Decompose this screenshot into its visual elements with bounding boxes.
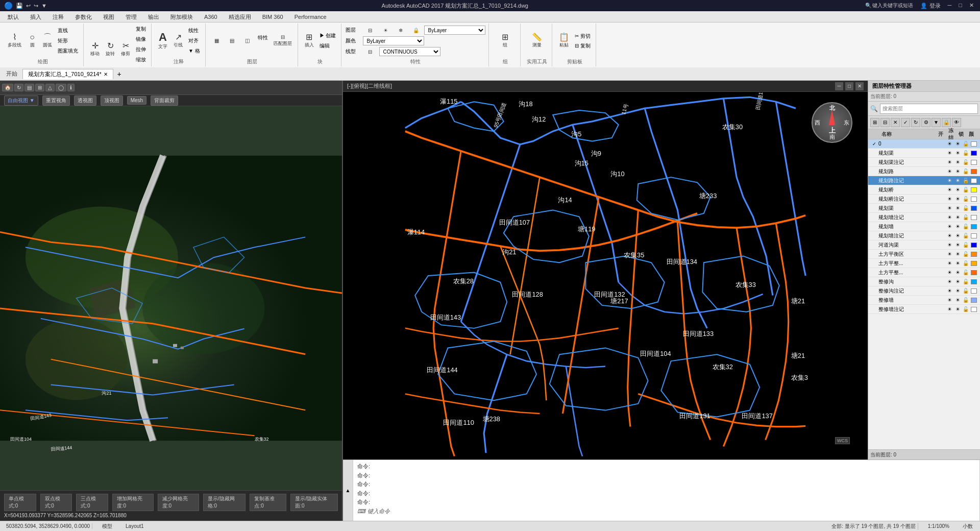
- layer-row[interactable]: 规划桥注记 ☀ ☀ 🔓: [868, 195, 980, 204]
- layer-on-icon[interactable]: ☀: [945, 279, 953, 284]
- status-small-btn[interactable]: 小数: [959, 522, 976, 530]
- layer-refresh-btn[interactable]: ↻: [911, 118, 920, 127]
- view-label-btn[interactable]: 自由视图 ▼: [4, 95, 38, 106]
- layer-on-icon[interactable]: ☀: [945, 187, 953, 192]
- layer-row[interactable]: 河道沟渠 ☀ ☀ 🔓: [868, 240, 980, 250]
- layer-vis-btn[interactable]: 👁: [952, 118, 961, 127]
- tab-bim360[interactable]: BIM 360: [257, 11, 289, 22]
- layer-row[interactable]: 规划渠 ☀ ☀ 🔓: [868, 204, 980, 213]
- layer-lock-icon[interactable]: 🔓: [962, 233, 970, 238]
- layer-lock-icon[interactable]: 🔓: [962, 306, 970, 312]
- layer-on-icon[interactable]: ☀: [945, 288, 953, 294]
- layer-row[interactable]: 整修沟 ☀ ☀ 🔓: [868, 277, 980, 286]
- layer-freeze-icon[interactable]: ☀: [953, 297, 962, 303]
- leader-btn[interactable]: ↗ 引线: [171, 32, 185, 50]
- doc-tab-close[interactable]: ✕: [104, 71, 108, 77]
- layer-lock-icon[interactable]: 🔓: [962, 187, 970, 192]
- window-restore[interactable]: □: [957, 2, 964, 10]
- layer-lock-icon[interactable]: 🔓: [962, 270, 970, 275]
- window-search[interactable]: 🔍 键入关键字或短语: [863, 2, 916, 10]
- layer-freeze-icon[interactable]: ☀: [953, 187, 962, 192]
- layer-on-icon[interactable]: ☀: [945, 270, 953, 275]
- layer-new-btn[interactable]: ⊞: [870, 118, 879, 127]
- layer-row[interactable]: 规划渠注记 ☀ ☀ 🔓: [868, 158, 980, 167]
- quick-access-undo[interactable]: ↩: [26, 3, 31, 9]
- layer-freeze-icon[interactable]: ☀: [953, 159, 962, 165]
- layer-delete-btn[interactable]: ✕: [891, 118, 900, 127]
- copy-btn[interactable]: 复制: [134, 25, 148, 34]
- move-btn[interactable]: ✛ 移动: [88, 40, 102, 59]
- layer-lock-all-btn[interactable]: 🔒: [942, 118, 951, 127]
- layer-row[interactable]: 土方平衡区 ☀ ☀ 🔓: [868, 250, 980, 259]
- layer-freeze-icon[interactable]: ☀: [953, 224, 962, 229]
- linetype-props-btn[interactable]: ⊟: [363, 47, 377, 56]
- mirror-btn[interactable]: 镜像: [134, 35, 148, 44]
- layer-on-icon[interactable]: ☀: [945, 306, 953, 312]
- dim-align-btn[interactable]: 对齐: [186, 36, 202, 45]
- layer-freeze-icon[interactable]: ☀: [953, 168, 962, 174]
- vp3d-icon5[interactable]: △: [45, 84, 55, 91]
- tab-a360[interactable]: A360: [199, 11, 223, 22]
- layer-search-input[interactable]: [880, 104, 978, 114]
- paste-btn[interactable]: 📋 粘贴: [556, 32, 572, 50]
- panel-collapse-icon[interactable]: ▲: [346, 488, 351, 493]
- layer-freeze-icon[interactable]: ☀: [953, 233, 962, 238]
- layer-freeze-icon[interactable]: ☀: [953, 196, 962, 202]
- layer-on-icon[interactable]: ☀: [945, 141, 953, 147]
- layer-on-icon[interactable]: ☀: [945, 251, 953, 257]
- three-point-btn[interactable]: 三点模式:0: [76, 494, 108, 511]
- layer-lock-icon[interactable]: 🔓: [962, 260, 970, 266]
- copy-base-btn[interactable]: 复制基准点:0: [250, 494, 286, 511]
- window-close[interactable]: ✕: [967, 2, 976, 10]
- layer-on-icon[interactable]: ☀: [945, 159, 953, 165]
- tab-insert[interactable]: 插入: [24, 11, 47, 22]
- hatch-fill-btn[interactable]: ▦: [210, 33, 224, 48]
- layer-freeze-icon[interactable]: ☀: [953, 150, 962, 156]
- tab-parametric[interactable]: 参数化: [69, 11, 97, 22]
- start-tab[interactable]: 开始: [2, 69, 21, 79]
- layer-lock-icon[interactable]: 🔓: [962, 251, 970, 257]
- layer-freeze-icon[interactable]: ☀: [953, 205, 962, 211]
- viewport-3d-content[interactable]: 田间道143 田间道144 田间道104 沟21 农集32: [0, 106, 342, 490]
- group-btn[interactable]: ⊞ 组: [498, 32, 512, 50]
- layer-on-icon[interactable]: ☀: [945, 297, 953, 303]
- dim-style-btn[interactable]: ▼ 格: [186, 46, 202, 56]
- tab-manage[interactable]: 管理: [120, 11, 142, 22]
- rotate-btn[interactable]: ↻ 旋转: [103, 40, 117, 59]
- vp3d-icon7[interactable]: ℹ: [67, 84, 75, 91]
- window-user[interactable]: 👤 登录: [918, 2, 942, 10]
- layer-row[interactable]: 整修墙注记 ☀ ☀ 🔓: [868, 305, 980, 314]
- layer-select[interactable]: ByLayer: [424, 26, 485, 35]
- text-btn[interactable]: A 文字: [156, 30, 170, 52]
- layer-freeze-icon[interactable]: ☀: [953, 251, 962, 257]
- vp2d-maximize[interactable]: □: [845, 82, 853, 90]
- layer-freeze-icon[interactable]: ☀: [953, 214, 962, 220]
- layer-freeze-icon[interactable]: ☀: [953, 242, 962, 248]
- dim-linear-btn[interactable]: 线性: [186, 26, 202, 35]
- view-persp-btn[interactable]: 透视图: [74, 95, 96, 106]
- rect-btn[interactable]: 矩形: [56, 36, 80, 45]
- circle-btn[interactable]: ○ 圆: [25, 32, 39, 50]
- window-minimize[interactable]: ─: [946, 2, 954, 10]
- vp3d-icon6[interactable]: ◯: [56, 84, 66, 91]
- layer-row[interactable]: 规划墙 ☀ ☀ 🔓: [868, 222, 980, 231]
- quick-access-more[interactable]: ▼: [41, 3, 47, 9]
- command-output[interactable]: 命令: 命令: 命令: 命令: 命令: ⌨ 键入命令: [353, 460, 980, 521]
- hatch-label-btn[interactable]: 特性: [256, 33, 270, 42]
- layer-freeze-icon[interactable]: ☀: [953, 260, 962, 266]
- layer-row[interactable]: 土方平整... ☀ ☀ 🔓: [868, 259, 980, 268]
- create-block-btn[interactable]: ▶ 创建: [317, 31, 338, 40]
- tab-performance[interactable]: Performance: [289, 11, 332, 22]
- layer-freeze-icon[interactable]: ☀: [953, 270, 962, 275]
- layer-props-btn[interactable]: ⊟: [363, 26, 377, 35]
- view-top-btn[interactable]: 顶视图: [101, 95, 123, 106]
- layer-lock-icon[interactable]: 🔓: [962, 205, 970, 211]
- layer-lock-icon[interactable]: 🔓: [962, 279, 970, 284]
- layer-row[interactable]: 整修沟注记 ☀ ☀ 🔓: [868, 286, 980, 296]
- layer-header-name[interactable]: 名称: [880, 131, 937, 138]
- hatch-btn[interactable]: 图案填充: [56, 46, 80, 56]
- layer-lock-icon[interactable]: 🔓: [962, 288, 970, 294]
- layer-on-icon[interactable]: ☀: [945, 214, 953, 220]
- vp2d-minimize[interactable]: ─: [835, 82, 843, 90]
- layer-row[interactable]: 规划路注记 ☀ ☀ 🔓: [868, 176, 980, 185]
